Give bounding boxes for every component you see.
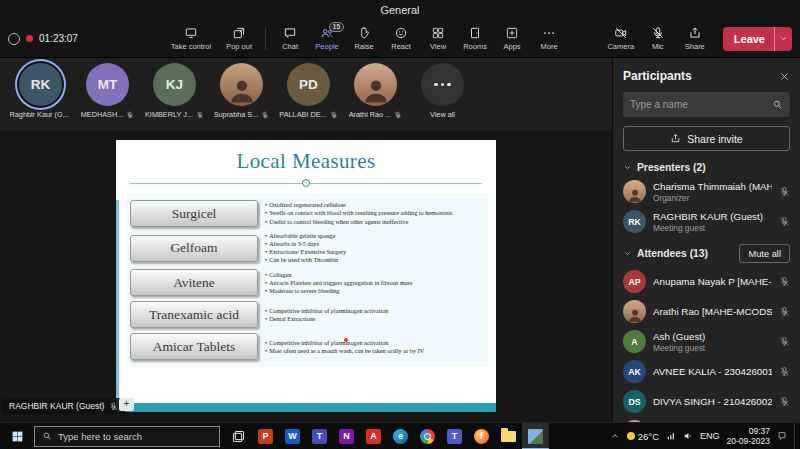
network-icon[interactable] [666,431,676,441]
taskbar-app-file-explorer[interactable] [495,423,522,449]
taskbar-search[interactable] [34,426,220,447]
system-tray: 26°C ENG 09:37 20-09-2023 [610,423,800,449]
mic-button[interactable]: Mic [640,21,676,57]
more-icon [542,26,556,40]
strip-participant-medhash[interactable]: MT MEDHASH... [79,63,136,119]
strip-participant-pallabi[interactable]: PD PALLABI DE... [280,63,337,119]
plus-button[interactable]: + [119,398,134,411]
task-view-icon [231,429,246,444]
bullet-item: Oxidized regenerated cellulose [265,201,484,209]
avatar: AP [623,270,646,293]
camera-button[interactable]: Camera [603,21,639,57]
strip-participant-raghbir[interactable]: RK Raghbir Kaur (G... [12,63,69,119]
view-all-button[interactable]: View all [414,63,471,119]
participant-row[interactable]: RK RAGHBIR KAUR (Guest) Meeting guest [623,210,790,233]
drug-name-box: Tranexamic acid [130,301,258,328]
participant-row[interactable]: AP Anupama Nayak P [MAHE-MCO... [623,270,790,293]
raise-hand-button[interactable]: Raise [346,21,382,57]
avatar-photo [623,180,646,203]
slide-row: Avitene Collagen Attracts Platelets and … [130,269,484,296]
people-count-badge: 15 [329,22,344,32]
view-button[interactable]: View [420,21,456,57]
divider-ornament [302,179,310,187]
taskbar-clock[interactable]: 09:37 20-09-2023 [727,426,770,446]
taskbar-app-powerpoint[interactable]: P [252,423,279,449]
people-button[interactable]: 15 People [309,21,345,57]
avatar: A [623,330,646,353]
participant-row[interactable]: Arathi Rao [MAHE-MCODSMLR] [623,300,790,323]
person-silhouette-icon [627,187,643,203]
slide-accent-bar [116,200,119,403]
taskbar-app-chrome[interactable] [414,423,441,449]
start-button[interactable] [0,423,34,449]
participants-panel: Participants Share invite Presenters (2)… [612,58,800,422]
action-center-icon[interactable] [777,431,787,441]
person-silhouette-icon [627,307,643,323]
participant-row[interactable]: A Ash (Guest) Meeting guest [623,330,790,353]
slide-row: Tranexamic acid Competitive inhibitor of… [130,301,484,328]
bullet-list: Oxidized regenerated cellulose Swells on… [265,201,484,225]
avatar: MT [86,63,129,106]
mute-all-button[interactable]: Mute all [739,244,790,263]
drug-name-box: Avitene [130,269,258,296]
mic-muted-icon [779,306,790,317]
strip-participant-suprabha[interactable]: Suprabha S... [213,63,270,119]
leave-menu-button[interactable] [775,34,792,43]
windows-taskbar: P W T N A e T f 26°C ENG 09:37 20-09-202… [0,422,800,449]
share-button[interactable]: Share [677,21,713,57]
share-invite-button[interactable]: Share invite [623,126,790,151]
content-stage: Local Measures Surgicel Oxidized regener… [0,130,612,422]
show-desktop-button[interactable] [794,423,798,449]
take-control-button[interactable]: Take control [164,21,218,57]
onenote-icon: N [339,429,354,444]
taskbar-app-teams-chat[interactable]: T [441,423,468,449]
meeting-timer: 01:23:07 [39,33,78,44]
take-control-icon [184,26,198,40]
laser-pointer-dot [344,338,348,342]
bullet-list: Competitive inhibitor of plasminogen act… [265,307,484,323]
participant-row[interactable]: DS DIVYA SINGH - 210426002 [623,390,790,413]
participant-row[interactable]: AK AVNEE KALIA - 230426001 - MC... [623,360,790,383]
weather-widget[interactable]: 26°C [627,431,659,442]
taskbar-apps: P W T N A e T f [225,423,549,449]
meeting-toolbar: 01:23:07 Take control Pop out Chat 15 Pe… [0,20,800,58]
strip-participant-arathi[interactable]: Arathi Rao ... [347,63,404,119]
meeting-title: General [380,4,419,16]
participant-row[interactable]: Charisma Thimmaiah (MAHE-MC... Organizer [623,180,790,203]
leave-button[interactable]: Leave [723,27,792,51]
volume-icon[interactable] [683,431,693,441]
taskbar-search-input[interactable] [58,431,212,442]
attendees-section-header[interactable]: Attendees (13) Mute all [623,244,790,263]
rooms-button[interactable]: Rooms [457,21,493,57]
chat-button[interactable]: Chat [272,21,308,57]
slide-row: Amicar Tablets Competitive inhibitor of … [130,333,484,360]
more-button[interactable]: More [531,21,567,57]
participant-search-input[interactable] [630,99,767,110]
presenter-name-overlay: RAGHBIR KAUR (Guest) [2,398,125,414]
close-panel-icon[interactable] [779,71,790,82]
language-indicator[interactable]: ENG [700,431,720,441]
taskbar-app-teams[interactable]: T [306,423,333,449]
pop-out-button[interactable]: Pop out [219,21,259,57]
taskbar-app-firefox[interactable]: f [468,423,495,449]
task-view-button[interactable] [225,423,252,449]
tray-time: 09:37 [749,426,770,436]
taskbar-app-photos-active[interactable] [522,423,549,449]
participant-search[interactable] [623,92,790,117]
react-icon [394,26,408,40]
react-button[interactable]: React [383,21,419,57]
chrome-icon [420,429,435,444]
chat-icon [283,26,297,40]
hidden-icons-chevron[interactable] [610,431,620,441]
strip-participant-kimberly[interactable]: KJ KIMBERLY J... [146,63,203,119]
bullet-item: Competitive inhibitor of plasminogen act… [265,307,484,315]
apps-button[interactable]: Apps [494,21,530,57]
taskbar-app-edge[interactable]: e [387,423,414,449]
taskbar-app-onenote[interactable]: N [333,423,360,449]
avatar: RK [19,63,62,106]
taskbar-app-word[interactable]: W [279,423,306,449]
view-icon [431,26,445,40]
taskbar-app-acrobat[interactable]: A [360,423,387,449]
presenters-section-header[interactable]: Presenters (2) [623,162,790,173]
drug-name-box: Amicar Tablets [130,333,258,360]
